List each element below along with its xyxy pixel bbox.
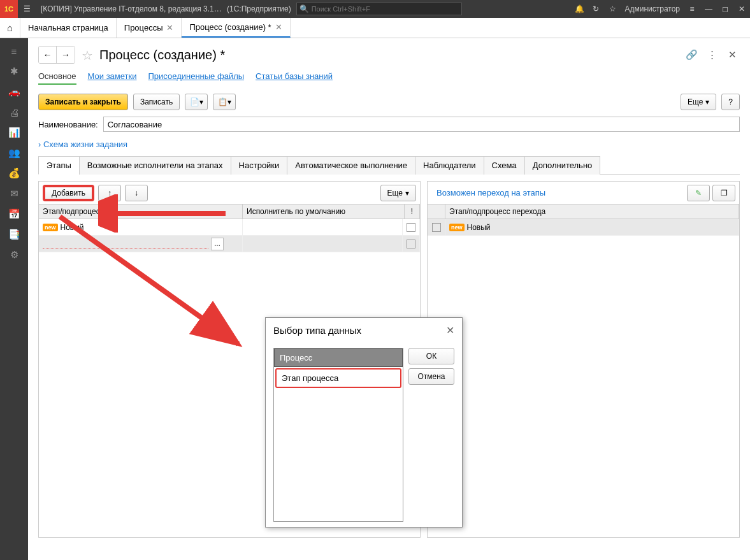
tab-observers[interactable]: Наблюдатели xyxy=(415,156,484,175)
transitions-panel: Возможен переход на этапы ✎ ❐ Этап/подпр… xyxy=(427,181,740,538)
flag-checkbox[interactable] xyxy=(407,223,415,232)
sidebar-calendar-icon[interactable]: 📅 xyxy=(0,204,28,224)
name-label: Наименование: xyxy=(38,120,98,129)
toolbar-icon-1[interactable]: 📄▾ xyxy=(185,94,208,110)
col-stage: Этап/подпроцесс xyxy=(39,205,243,219)
sidebar-users-icon[interactable]: 👥 xyxy=(0,143,28,163)
toolbar-icon-2[interactable]: 📋▾ xyxy=(213,94,236,110)
stage-name: Новый xyxy=(61,223,84,232)
kebab-icon[interactable]: ⋮ xyxy=(704,47,719,62)
tab-schema[interactable]: Схема xyxy=(484,156,525,175)
down-button[interactable]: ↓ xyxy=(125,185,148,201)
settings-icon[interactable]: ≡ xyxy=(684,4,700,13)
sidebar-mail-icon[interactable]: ✉ xyxy=(0,183,28,204)
sidebar-money-icon[interactable]: 💰 xyxy=(0,163,28,183)
name-input[interactable] xyxy=(103,117,740,132)
section-articles[interactable]: Статьи базы знаний xyxy=(256,71,333,85)
window-subtitle: (1С:Предприятие) xyxy=(227,4,296,13)
transitions-icon-2[interactable]: ❐ xyxy=(712,185,735,201)
admin-label[interactable]: Администратор xyxy=(621,4,684,13)
hamburger-icon[interactable]: ☰ xyxy=(18,4,36,13)
transitions-body: newНовый xyxy=(428,219,739,537)
tab-additional[interactable]: Дополнительно xyxy=(524,156,601,175)
transitions-title: Возможен переход на этапы xyxy=(431,183,551,203)
tab-settings[interactable]: Настройки xyxy=(231,156,288,175)
section-notes[interactable]: Мои заметки xyxy=(88,71,137,85)
app-logo: 1C xyxy=(0,0,18,18)
title-bar: 1C ☰ [КОПИЯ] Управление IT-отделом 8, ре… xyxy=(0,0,750,18)
tab-label: Процессы xyxy=(124,23,163,32)
sidebar-gear-icon[interactable]: ✱ xyxy=(0,61,28,82)
dialog-ok-button[interactable]: ОК xyxy=(408,348,454,364)
sidebar-chart-icon[interactable]: 📊 xyxy=(0,122,28,143)
transitions-icon-1[interactable]: ✎ xyxy=(687,185,710,201)
stage-row[interactable]: newНовый xyxy=(39,219,420,236)
dialog-title: Выбор типа данных xyxy=(273,325,361,336)
tab-close-icon[interactable]: ✕ xyxy=(275,22,282,32)
type-item-process[interactable]: Процесс xyxy=(274,348,403,367)
nav-back-forward: ← → xyxy=(38,46,75,64)
page-header: ← → ☆ Процесс (создание) * 🔗 ⋮ ✕ xyxy=(38,46,740,64)
favorite-star-icon[interactable]: ☆ xyxy=(80,48,94,62)
tab-close-icon[interactable]: ✕ xyxy=(166,23,173,32)
name-row: Наименование: xyxy=(38,117,740,132)
tab-process-create[interactable]: Процесс (создание) * ✕ xyxy=(182,18,290,38)
star-icon[interactable]: ☆ xyxy=(604,4,621,13)
sidebar: ≡ ✱ 🚗 🖨 📊 👥 💰 ✉ 📅 📑 ⚙ xyxy=(0,38,28,560)
sidebar-settings-icon[interactable]: ⚙ xyxy=(0,245,28,265)
search-input[interactable] xyxy=(312,5,459,13)
page-title: Процесс (создание) * xyxy=(99,48,225,62)
panel-more-button[interactable]: Еще ▾ xyxy=(380,185,416,201)
type-item-stage[interactable]: Этап процесса xyxy=(275,368,401,388)
tab-auto[interactable]: Автоматическое выполнение xyxy=(287,156,415,175)
tab-label: Процесс (создание) * xyxy=(189,22,271,32)
dialog-cancel-button[interactable]: Отмена xyxy=(408,368,454,385)
save-and-close-button[interactable]: Записать и закрыть xyxy=(38,94,128,110)
search-icon: 🔍 xyxy=(299,4,309,13)
section-main[interactable]: Основное xyxy=(38,71,76,85)
dialog-buttons: ОК Отмена xyxy=(408,348,454,522)
home-tab-label: Начальная страница xyxy=(28,23,108,32)
close-window-icon[interactable]: ✕ xyxy=(733,4,750,13)
dialog-title-bar: Выбор типа данных ✕ xyxy=(266,318,462,343)
transition-checkbox[interactable] xyxy=(432,223,441,232)
stage-inline-input[interactable] xyxy=(43,239,208,248)
help-button[interactable]: ? xyxy=(721,94,740,110)
link-icon[interactable]: 🔗 xyxy=(684,47,699,62)
sidebar-copy-icon[interactable]: 📑 xyxy=(0,224,28,245)
page-close-icon[interactable]: ✕ xyxy=(725,47,740,62)
sidebar-print-icon[interactable]: 🖨 xyxy=(0,102,28,122)
minimize-icon[interactable]: — xyxy=(700,4,717,13)
content-area: ← → ☆ Процесс (создание) * 🔗 ⋮ ✕ Основно… xyxy=(28,38,750,560)
save-button[interactable]: Записать xyxy=(133,94,180,110)
tab-processes[interactable]: Процессы ✕ xyxy=(117,18,182,38)
tab-executors[interactable]: Возможные исполнители на этапах xyxy=(79,156,231,175)
more-button[interactable]: Еще ▾ xyxy=(681,94,716,110)
add-button[interactable]: Добавить xyxy=(43,185,94,201)
nav-back-button[interactable]: ← xyxy=(39,47,57,63)
stages-toolbar: Добавить ↑ ↓ Еще ▾ xyxy=(39,182,420,205)
home-tab[interactable]: Начальная страница xyxy=(20,18,117,38)
section-files[interactable]: Присоединенные файлы xyxy=(148,71,245,85)
flag-checkbox[interactable] xyxy=(407,240,415,248)
sidebar-car-icon[interactable]: 🚗 xyxy=(0,82,28,102)
up-button[interactable]: ↑ xyxy=(98,185,121,201)
sidebar-menu-icon[interactable]: ≡ xyxy=(0,41,28,61)
bell-icon[interactable]: 🔔 xyxy=(571,4,588,13)
dialog-close-icon[interactable]: ✕ xyxy=(446,324,454,336)
history-icon[interactable]: ↻ xyxy=(588,4,604,13)
schema-life-link[interactable]: Схема жизни задания xyxy=(38,140,127,149)
dialog-body: Процесс Этап процесса ОК Отмена xyxy=(266,343,462,527)
window-title: [КОПИЯ] Управление IT-отделом 8, редакци… xyxy=(36,4,227,13)
transition-row[interactable]: newНовый xyxy=(428,219,739,236)
transition-stage-name: Новый xyxy=(467,223,491,232)
global-search[interactable]: 🔍 xyxy=(296,3,462,15)
lookup-button[interactable]: … xyxy=(211,238,224,250)
nav-forward-button[interactable]: → xyxy=(57,47,75,63)
new-badge: new xyxy=(449,224,465,231)
stage-row-editing[interactable]: … xyxy=(39,236,420,252)
maximize-icon[interactable]: ◻ xyxy=(717,4,733,13)
tab-stages[interactable]: Этапы xyxy=(38,156,80,175)
home-tab-icon[interactable]: ⌂ xyxy=(0,18,20,38)
stages-columns: Этап/подпроцесс Исполнитель по умолчанию… xyxy=(39,205,420,219)
